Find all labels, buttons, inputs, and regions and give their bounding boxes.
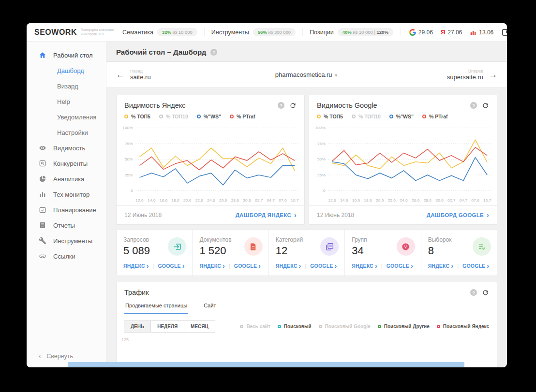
svg-text:22.6: 22.6	[388, 198, 396, 203]
traffic-legend-item[interactable]: Весь сайт	[240, 324, 270, 329]
legend-item[interactable]: % PTraf	[230, 114, 255, 119]
chart-date: 12 Июнь 2018	[124, 212, 162, 218]
top-menus: Семантика32% из 10 000Инструменты56% из …	[116, 28, 401, 36]
яндекс-link[interactable]: ЯНДЕКС›	[352, 262, 377, 270]
legend-ring-icon	[319, 325, 322, 328]
google-link[interactable]: GOOGLE›	[310, 262, 337, 270]
stat-card-запросов: Запросов5 089ЯНДЕКС›|GOOGLE›	[117, 230, 192, 276]
svg-text:12.6: 12.6	[328, 198, 336, 203]
refresh-icon[interactable]	[482, 289, 489, 296]
svg-text:28.6: 28.6	[231, 198, 239, 203]
sidebar-item-тех-монитор[interactable]: Тех монитор	[27, 187, 106, 202]
top-menu-2[interactable]: Инструменты56% из 300 000	[205, 28, 303, 36]
links-icon	[39, 252, 46, 260]
traffic-legend-item[interactable]: Поисковый Google	[319, 324, 371, 329]
legend-item[interactable]: % ТОП10	[352, 114, 381, 119]
google-icon	[409, 29, 416, 36]
dashboard-google-link[interactable]: ДАШБОРД GOOGLE ›	[427, 211, 489, 219]
dashboard-yandex-link[interactable]: ДАШБОРД ЯНДЕКС ›	[236, 211, 297, 219]
traffic-legend-item[interactable]: Поисковый Другие	[378, 324, 430, 329]
page-title-row: Рабочий стол – Дашборд ?	[106, 42, 507, 62]
forward-arrow-icon[interactable]: →	[489, 70, 497, 80]
refresh-icon[interactable]	[289, 102, 297, 109]
svg-text:12.6: 12.6	[135, 198, 144, 203]
collapse-button[interactable]: ‹ Свернуть	[39, 353, 73, 360]
top-menu-1[interactable]: Семантика32% из 10 000	[116, 28, 205, 36]
date-item[interactable]: Я27.06	[441, 29, 462, 36]
google-link[interactable]: GOOGLE›	[387, 262, 413, 270]
documents-icon	[249, 242, 258, 251]
legend-item[interactable]: %"WS"	[197, 114, 221, 119]
tab-продвигаемые-страницы[interactable]: Продвигаемые страницы	[124, 300, 188, 314]
sidebar-item-help[interactable]: Help	[27, 94, 106, 109]
svg-text:75%: 75%	[125, 142, 133, 146]
chevron-right-icon: ›	[294, 211, 297, 219]
date-item[interactable]: 13.06	[470, 29, 493, 36]
traffic-legend-item[interactable]: Поисковый Яндекс	[437, 324, 489, 329]
tools-icon	[39, 237, 46, 245]
chart-legend: % ТОП5% ТОП10%"WS"% PTraf	[117, 113, 304, 123]
traffic-title: Трафик	[124, 289, 470, 296]
legend-item[interactable]: %"WS"	[389, 114, 414, 119]
legend-item[interactable]: % PTraf	[422, 114, 448, 119]
svg-text:16.6: 16.6	[352, 198, 360, 203]
back-arrow-icon[interactable]: ←	[116, 70, 124, 80]
google-link[interactable]: GOOGLE›	[462, 262, 489, 270]
sidebar-item-визард[interactable]: Визард	[27, 78, 106, 94]
sidebar-item-инструменты[interactable]: Инструменты	[27, 233, 106, 248]
svg-text:04.7: 04.7	[460, 198, 468, 203]
sidebar-item-ссылки[interactable]: Ссылки	[27, 248, 106, 264]
refresh-icon[interactable]	[482, 102, 489, 109]
current-site-select[interactable]: pharmacosmetica.ru ▼	[275, 71, 338, 78]
period-button-месяц[interactable]: МЕСЯЦ	[184, 320, 215, 333]
page-help-icon[interactable]: ?	[210, 49, 217, 56]
sidebar-item-рабочий-стол[interactable]: Рабочий стол	[27, 47, 106, 63]
categories-icon	[320, 237, 339, 256]
google-link[interactable]: GOOGLE›	[234, 262, 261, 270]
divider: |	[305, 263, 306, 269]
period-button-неделя[interactable]: НЕДЕЛЯ	[150, 320, 184, 333]
date-item[interactable]: 29.06	[409, 29, 433, 36]
legend-item[interactable]: % ТОП5	[317, 114, 343, 119]
logo-block: SEOWORK Платформа аналитики и контроля S…	[34, 28, 116, 37]
chevron-right-icon: ›	[335, 262, 337, 270]
svg-text:26.6: 26.6	[412, 198, 420, 203]
tab-сайт[interactable]: Сайт	[203, 300, 217, 314]
main-area: Рабочий стол – Дашборд ? ← Назад saite.r…	[106, 42, 507, 367]
back-site[interactable]: saite.ru	[130, 73, 151, 81]
sidebar-item-планирование[interactable]: Планирование	[27, 202, 106, 218]
chevron-right-icon: ›	[451, 262, 453, 270]
sidebar-item-дашборд[interactable]: Дашборд	[27, 63, 106, 78]
traffic-legend-item[interactable]: Поисковый	[278, 324, 312, 329]
legend-ring-icon	[389, 115, 393, 118]
sidebar-item-настройки[interactable]: Настройки	[27, 125, 106, 140]
sidebar-item-уведомления[interactable]: Уведомления	[27, 109, 106, 125]
яндекс-link[interactable]: ЯНДЕКС›	[428, 262, 454, 270]
card-help-icon[interactable]: ?	[470, 102, 477, 109]
samples-icon	[477, 242, 487, 251]
яндекс-link[interactable]: ЯНДЕКС›	[199, 262, 225, 270]
sidebar-item-отчеты[interactable]: Отчеты	[27, 218, 106, 233]
sidebar-item-аналитика[interactable]: Аналитика	[27, 171, 106, 187]
topbar-right: ? mylogin ▼	[502, 29, 507, 36]
google-link[interactable]: GOOGLE›	[158, 262, 184, 270]
sidebar-item-видимость[interactable]: Видимость	[27, 140, 106, 156]
legend-item[interactable]: % ТОП5	[124, 114, 150, 119]
planning-icon	[39, 206, 46, 214]
news-icon[interactable]	[502, 29, 507, 36]
horizontal-scrollbar[interactable]	[68, 362, 464, 367]
card-help-icon[interactable]: ?	[278, 102, 284, 109]
legend-ring-icon	[437, 325, 440, 328]
update-dates: 29.06Я27.0613.06	[401, 29, 502, 36]
sidebar-item-конкуренты[interactable]: Конкуренты	[27, 156, 106, 171]
яндекс-link[interactable]: ЯНДЕКС›	[123, 262, 149, 270]
back-hint: Назад	[130, 69, 151, 73]
яндекс-link[interactable]: ЯНДЕКС›	[276, 262, 301, 270]
svg-text:0: 0	[131, 189, 133, 193]
period-button-день[interactable]: ДЕНЬ	[124, 320, 151, 333]
chevron-right-icon: ›	[298, 262, 301, 270]
legend-item[interactable]: % ТОП10	[159, 114, 188, 119]
forward-site[interactable]: supersaite.ru	[447, 73, 483, 81]
top-menu-3[interactable]: Позиции40% из 10 000 | 120%	[303, 28, 401, 36]
card-help-icon[interactable]: ?	[470, 289, 477, 296]
